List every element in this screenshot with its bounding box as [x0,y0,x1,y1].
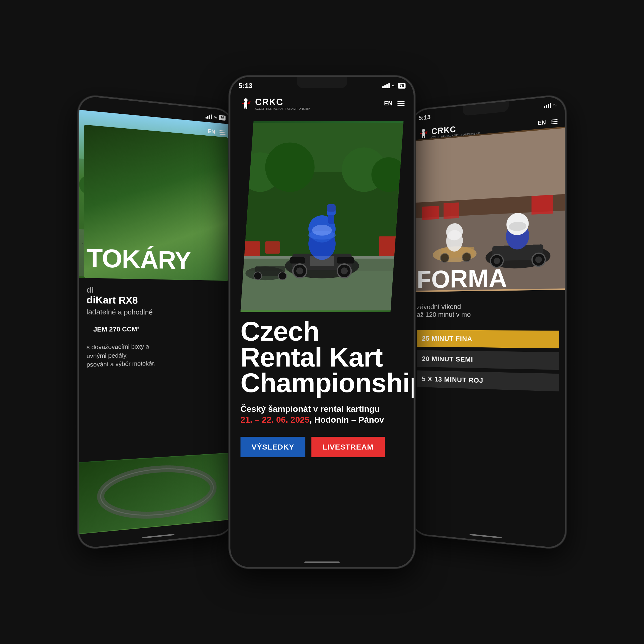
svg-rect-5 [147,230,187,243]
svg-point-58 [422,129,425,132]
notch-center [297,77,347,88]
center-title: Czech Rental Kart Championship [240,318,404,396]
race-option-semi[interactable]: 20 MINUT SEMI [417,350,559,370]
left-product-section: di diKart RX8 ladatelné a pohodlné JEM 2… [79,278,232,376]
svg-rect-68 [444,203,459,219]
battery-icon-center[interactable]: 76 [398,83,406,89]
svg-point-15 [205,186,221,203]
svg-point-21 [244,98,248,102]
center-text-block: Czech Rental Kart Championship Český šam… [230,318,414,457]
product-body-left: s dovažovacími boxy a uvnými pedály. pso… [87,342,226,369]
phone-right-screen: 5:13 ∿ [412,95,565,548]
svg-rect-25 [242,103,244,104]
wifi-icon-center: ∿ [392,83,396,89]
track-svg [79,453,232,534]
svg-rect-69 [532,195,553,215]
title-line-3: Championship [240,370,404,396]
phone-center-screen: 5:13 ∿ 76 [230,77,414,567]
phones-container: ∿ 76 EN [20,45,624,599]
date-white: , Hodonín – Pánov [309,415,384,424]
center-subtitle: Český šampionát v rental kartingu [240,404,404,414]
svg-rect-62 [420,133,422,134]
wifi-icon-left: ∿ [214,114,217,120]
svg-point-8 [157,216,174,222]
svg-rect-14 [211,197,215,213]
right-desc-main: závodní víkend [417,302,559,311]
svg-point-52 [341,267,348,274]
svg-marker-17 [124,171,156,182]
race-option-final[interactable]: 25 MINUT FINA [417,330,559,348]
title-line-1: Czech [240,318,404,344]
lang-toggle-right[interactable]: EN [538,119,546,126]
svg-point-10 [181,238,190,247]
right-desc: závodní víkend až 120 minut v mo [412,302,565,318]
svg-point-56 [254,272,262,280]
signal-icon-right [544,103,551,108]
menu-icon-right[interactable] [551,119,557,124]
right-nav-right: EN [538,118,557,127]
left-big-title-section: TOKÁRY [79,244,232,274]
center-nav: CRKC CZECH RENTAL KART CHAMPIONSHIP EN [230,93,414,113]
menu-icon-center[interactable] [397,101,405,106]
status-icons-right: ∿ [544,102,557,109]
center-buttons: VÝSLEDKY LIVESTREAM [240,437,404,457]
wifi-icon-right: ∿ [553,102,557,108]
phone-left-screen: ∿ 76 EN [79,95,232,548]
lang-toggle-left[interactable]: EN [208,128,215,135]
phone-right: 5:13 ∿ [410,94,566,550]
crkc-logo[interactable]: CRKC CZECH RENTAL KART CHAMPIONSHIP [239,97,310,110]
results-button[interactable]: VÝSLEDKY [240,437,305,457]
crkc-logo-icon-right [418,127,429,140]
phone-left: ∿ 76 EN [78,94,234,550]
svg-point-51 [296,267,303,274]
product-name: diKart RX8 [87,295,226,307]
svg-rect-24 [246,106,247,109]
signal-icon-left [206,114,212,119]
crkc-logo-icon [239,97,252,110]
home-indicator-center [304,561,340,563]
right-subdesc: až 120 minut v mo [417,310,559,318]
svg-rect-16 [127,180,154,200]
svg-point-7 [157,206,174,224]
center-hero-wrap [230,116,414,312]
phone-center: 5:13 ∿ 76 [229,75,415,569]
svg-rect-41 [337,257,354,264]
status-icons-center: ∿ 76 [382,83,406,89]
livestream-button[interactable]: LIVESTREAM [311,437,385,457]
svg-rect-48 [327,204,336,212]
svg-point-75 [462,253,471,262]
product-tagline: ladatelné a pohodlné [87,308,226,316]
logo-text-center: CRKC [255,97,310,107]
hero-kart-svg-center [240,121,404,312]
date-red: 21. – 22. 06. 2025 [240,415,309,424]
hero-image-bg-center [240,121,404,312]
svg-marker-3 [117,226,124,234]
menu-icon-left[interactable] [220,130,226,135]
svg-marker-1 [98,225,108,235]
right-big-title: FORMA [412,263,565,292]
svg-rect-35 [240,241,260,256]
svg-rect-60 [422,136,423,138]
status-time-right: 5:13 [418,113,430,122]
svg-point-9 [145,236,154,246]
svg-rect-36 [379,236,404,256]
left-big-title-text: TOKÁRY [87,245,226,274]
svg-marker-2 [108,225,115,233]
battery-icon-left[interactable]: 76 [219,115,226,120]
svg-rect-53 [310,256,334,266]
lang-toggle-center[interactable]: EN [384,100,392,107]
svg-rect-12 [86,187,91,206]
svg-point-74 [440,253,449,263]
svg-rect-61 [424,135,425,138]
svg-rect-23 [244,106,246,109]
svg-point-30 [265,142,314,192]
status-icons-left: ∿ 76 [206,113,225,121]
race-option-heats[interactable]: 5 x 13 MINUT ROJ [417,370,559,391]
center-nav-right: EN [384,100,405,107]
track-bottom-image [79,453,232,534]
cta-button-left[interactable]: JEM 270 CCM³ [87,322,146,337]
svg-point-45 [312,225,332,235]
signal-icon-center [382,83,390,88]
status-time-center: 5:13 [238,82,253,90]
hero-parallelogram [240,121,404,312]
